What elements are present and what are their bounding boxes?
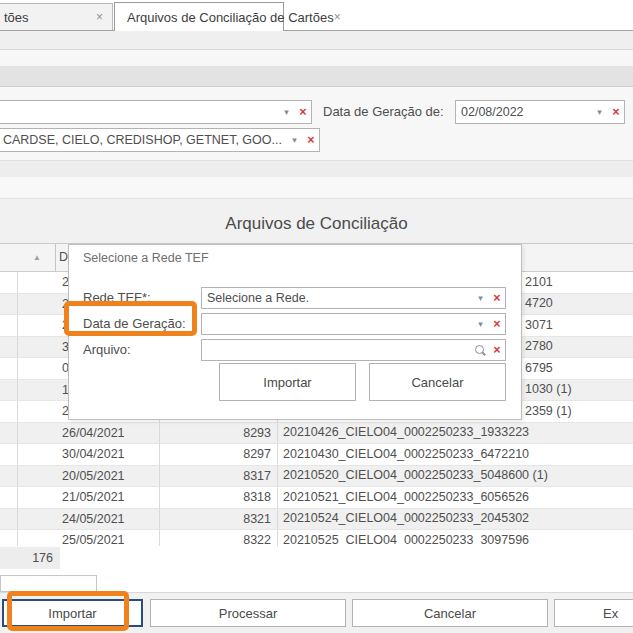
row-indicator-cell [0,315,18,336]
generation-date-filter-label: Data de Geração de: [323,100,444,124]
row-file-cell: 20210430_CIELO04_0002250233_6472210 [278,444,633,465]
toolbar-band-dark [0,66,633,87]
arquivo-search-field[interactable]: × [201,339,506,361]
row-indicator-cell [0,487,18,508]
rede-tef-label: Rede TEF*: [83,287,151,309]
tab-arquivos-conciliacao[interactable]: Arquivos de Conciliação de Cartões × [114,2,284,31]
row-indicator-cell [0,337,18,358]
select-tef-network-dialog: Selecione a Rede TEF Rede TEF*: Selecion… [68,244,522,420]
export-button[interactable]: Ex [554,599,633,627]
date-column-header-fragment: D [59,250,68,264]
separator-band [0,160,633,177]
clear-icon[interactable]: × [608,105,624,119]
table-row[interactable]: 30/04/2021829720210430_CIELO04_000225023… [0,444,633,466]
clear-icon[interactable]: × [489,291,505,305]
generation-date-filter-value: 02/08/2022 [456,105,591,119]
table-row[interactable]: 25/05/2021832220210525_CIELO04_000225023… [0,530,633,546]
sort-asc-icon[interactable]: ▲ [33,253,41,262]
toolbar-band-top [0,31,633,50]
table-row[interactable]: 24/05/2021832120210524_CIELO04_000225023… [0,509,633,531]
row-code-cell: 8321 [160,509,278,530]
row-date-cell: 26/04/2021 [18,423,160,444]
clear-icon[interactable]: × [295,105,311,119]
row-file-cell: 20210426_CIELO04_0002250233_1933223 [278,422,633,443]
clear-icon[interactable]: × [489,317,505,331]
tab-active-label: Arquivos de Conciliação de Cartões [115,10,334,25]
row-indicator-cell [0,466,18,487]
row-file-cell: 20210520_CIELO04_0002250233_5048600 (1) [278,465,633,486]
row-date-cell: 21/05/2021 [18,487,160,508]
tab-previous-label: tões [0,10,29,25]
row-indicator-cell [0,444,18,465]
rede-tef-dropdown[interactable]: Selecione a Rede. ▾ × [201,287,506,309]
row-date-cell: 30/04/2021 [18,444,160,465]
tab-previous[interactable]: tões × [0,3,113,30]
chevron-down-icon[interactable]: ▾ [591,107,608,117]
row-indicator-cell [0,509,18,530]
chevron-down-icon[interactable]: ▾ [278,107,295,117]
app-window: tões × Arquivos de Conciliação de Cartõe… [0,0,633,633]
dialog-title: Selecione a Rede TEF [83,251,209,265]
rede-tef-value: Selecione a Rede. [202,291,472,305]
row-indicator-cell [0,401,18,422]
generation-date-filter-dropdown[interactable]: 02/08/2022 ▾ × [455,100,625,124]
row-indicator-cell [0,380,18,401]
row-date-cell: 20/05/2021 [18,466,160,487]
row-indicator-cell [0,423,18,444]
row-count-summary: 176 [0,547,60,569]
toolbar-band-light [0,50,633,66]
row-code-cell: 8322 [160,530,278,546]
dialog-cancel-button[interactable]: Cancelar [369,363,506,401]
chevron-down-icon[interactable]: ▾ [286,135,303,145]
network-list-filter-dropdown[interactable]: , CARDSE, CIELO, CREDISHOP, GETNET, GOO.… [0,128,320,152]
row-indicator-cell [0,358,18,379]
arquivo-label: Arquivo: [83,339,131,361]
row-indicator-cell [0,294,18,315]
footer-filter-cell[interactable] [0,575,97,592]
data-geracao-dropdown[interactable]: ▾ × [201,313,506,335]
search-icon[interactable] [474,344,486,356]
grid-title: Arquivos de Conciliação [0,214,633,234]
row-code-cell: 8317 [160,466,278,487]
row-code-cell: 8297 [160,444,278,465]
network-filter-dropdown[interactable]: ▾ × [0,100,312,124]
clear-icon[interactable]: × [303,133,319,147]
table-row[interactable]: 26/04/2021829320210426_CIELO04_000225023… [0,423,633,445]
chevron-down-icon[interactable]: ▾ [472,293,489,303]
cancel-button[interactable]: Cancelar [352,599,548,627]
table-row[interactable]: 21/05/2021831820210521_CIELO04_000225023… [0,487,633,509]
row-file-cell: 20210525_CIELO04_0002250233_3097596 [278,530,633,546]
chevron-down-icon[interactable]: ▾ [472,319,489,329]
dialog-import-button[interactable]: Importar [219,363,356,401]
row-file-cell: 20210521_CIELO04_0002250233_6056526 [278,487,633,508]
row-indicator-cell [0,530,18,546]
import-button[interactable]: Importar [2,599,143,627]
row-file-cell: 20210524_CIELO04_0002250233_2045302 [278,508,633,529]
row-date-cell: 25/05/2021 [18,530,160,546]
row-code-cell: 8293 [160,423,278,444]
row-indicator-cell [0,272,18,293]
separator-band-light [0,177,633,198]
network-list-filter-value: , CARDSE, CIELO, CREDISHOP, GETNET, GOO.… [0,133,286,147]
clear-icon[interactable]: × [489,343,505,357]
column-separator [55,244,56,271]
close-icon[interactable]: × [96,10,103,24]
table-row[interactable]: 20/05/2021831720210520_CIELO04_000225023… [0,466,633,488]
row-code-cell: 8318 [160,487,278,508]
process-button[interactable]: Processar [150,599,346,627]
row-date-cell: 24/05/2021 [18,509,160,530]
close-icon[interactable]: × [334,10,341,24]
data-geracao-label: Data de Geração: [83,313,186,335]
